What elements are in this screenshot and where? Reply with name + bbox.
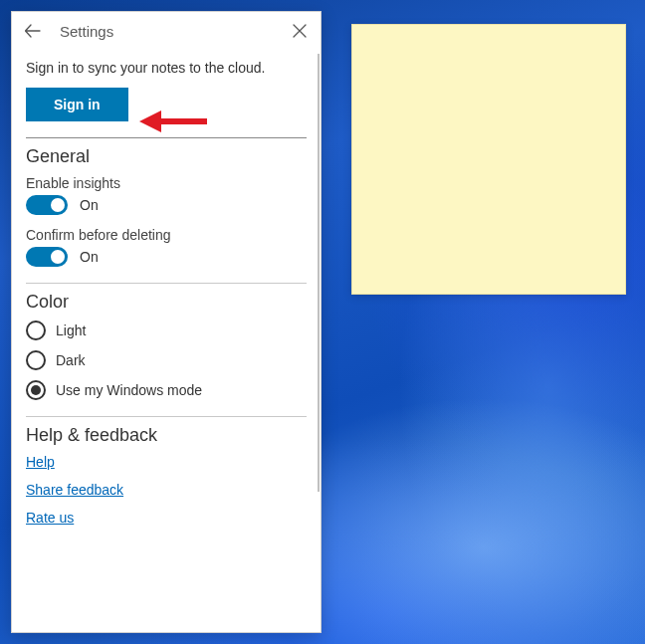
- toggle-state-text: On: [80, 197, 99, 213]
- radio-option-light[interactable]: Light: [26, 321, 307, 340]
- radio-icon: [26, 380, 46, 400]
- radio-icon: [26, 350, 46, 370]
- back-arrow-icon[interactable]: [24, 22, 42, 40]
- radio-label: Use my Windows mode: [56, 382, 202, 398]
- radio-option-windows-mode[interactable]: Use my Windows mode: [26, 380, 307, 400]
- link-rate-us[interactable]: Rate us: [26, 510, 307, 526]
- radio-option-dark[interactable]: Dark: [26, 350, 307, 370]
- section-title-help: Help & feedback: [26, 425, 307, 446]
- divider: [26, 137, 307, 138]
- toggle-knob: [51, 250, 65, 264]
- toggle-confirm-delete[interactable]: [26, 247, 68, 267]
- sync-prompt-text: Sign in to sync your notes to the cloud.: [26, 60, 307, 76]
- toggle-enable-insights[interactable]: [26, 195, 68, 215]
- setting-confirm-delete: Confirm before deleting On: [26, 227, 307, 267]
- link-share-feedback[interactable]: Share feedback: [26, 482, 307, 498]
- setting-label: Confirm before deleting: [26, 227, 307, 243]
- section-title-color: Color: [26, 292, 307, 313]
- radio-label: Light: [56, 322, 86, 338]
- sticky-note[interactable]: [351, 24, 626, 295]
- panel-body: Sign in to sync your notes to the cloud.…: [12, 48, 321, 632]
- divider: [26, 416, 307, 417]
- sign-in-button[interactable]: Sign in: [26, 88, 128, 121]
- panel-title: Settings: [60, 23, 113, 40]
- radio-icon: [26, 321, 46, 340]
- link-help[interactable]: Help: [26, 454, 307, 470]
- section-title-general: General: [26, 146, 307, 167]
- close-icon[interactable]: [293, 24, 309, 40]
- setting-label: Enable insights: [26, 175, 307, 191]
- setting-enable-insights: Enable insights On: [26, 175, 307, 215]
- toggle-knob: [51, 198, 65, 212]
- divider: [26, 283, 307, 284]
- toggle-state-text: On: [80, 249, 99, 265]
- radio-label: Dark: [56, 352, 86, 368]
- settings-panel: Settings Sign in to sync your notes to t…: [11, 11, 322, 633]
- panel-header: Settings: [12, 12, 321, 48]
